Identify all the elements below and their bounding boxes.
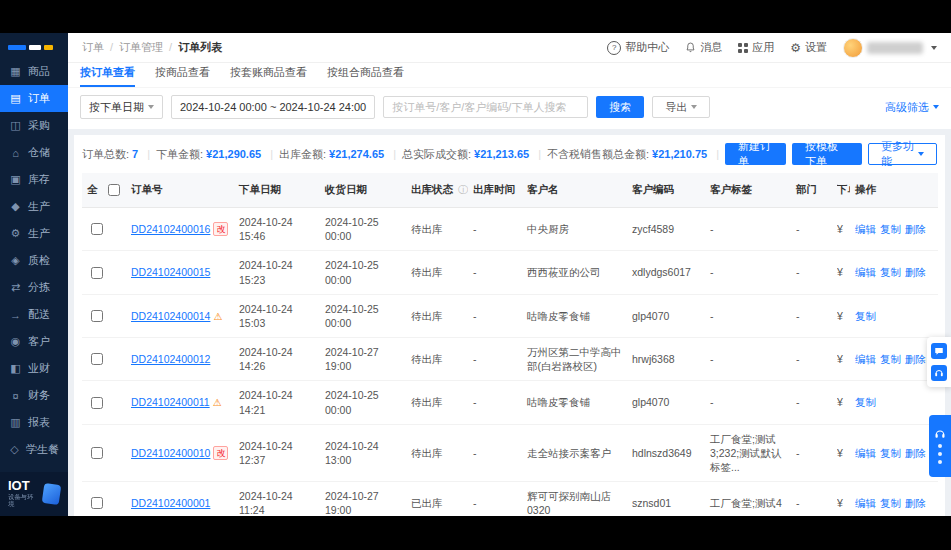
edit-link[interactable]: 编辑 <box>855 497 876 509</box>
table-row[interactable]: DD24102400014⚠ 2024-10-24 15:03 2024-10-… <box>82 294 938 337</box>
dept-cell: - <box>791 424 837 482</box>
messages-button[interactable]: 消息 <box>685 40 722 55</box>
edit-link[interactable]: 编辑 <box>855 266 876 278</box>
export-label: 导出 <box>665 100 687 115</box>
summary-label: 总实际成交额: <box>402 147 471 162</box>
sidebar-item-purchasing[interactable]: ◫采购 <box>0 112 68 139</box>
copy-link[interactable]: 复制 <box>855 396 876 408</box>
apps-button[interactable]: 应用 <box>738 40 774 55</box>
order-link[interactable]: DD24102400010 <box>131 447 210 459</box>
delete-link[interactable]: 删除 <box>905 223 926 235</box>
row-checkbox[interactable] <box>91 447 103 459</box>
select-all-label: 全 <box>87 183 98 195</box>
copy-link[interactable]: 复制 <box>855 310 876 322</box>
table-row[interactable]: DD24102400012 2024-10-24 14:26 2024-10-2… <box>82 338 938 381</box>
row-checkbox[interactable] <box>91 497 103 509</box>
order-link[interactable]: DD24102400014 <box>131 310 210 322</box>
delete-link[interactable]: 删除 <box>905 497 926 509</box>
sidebar-item-warehouse[interactable]: ⌂仓储 <box>0 139 68 166</box>
delete-link[interactable]: 删除 <box>905 447 926 459</box>
sidebar-item-customers[interactable]: ◉客户 <box>0 328 68 355</box>
row-checkbox[interactable] <box>91 267 103 279</box>
sidebar-item-orders[interactable]: ▤订单 <box>0 85 68 112</box>
sidebar-item-production[interactable]: ◆生产 <box>0 193 68 220</box>
table-row[interactable]: DD24102400015 2024-10-24 15:23 2024-10-2… <box>82 251 938 294</box>
more-actions-label: 更多功能 <box>881 139 914 169</box>
date-type-select[interactable]: 按下单日期 <box>80 95 163 119</box>
breadcrumb-item[interactable]: 订单管理 <box>119 40 172 55</box>
more-actions-button[interactable]: 更多功能 <box>868 143 937 165</box>
copy-link[interactable]: 复制 <box>880 223 901 235</box>
summary-actual-total: 总实际成交额: ¥21,213.65 <box>402 147 541 162</box>
app-header: 订单 订单管理 订单列表 ? 帮助中心 消息 应用 ⚙ 设置 <box>68 33 951 63</box>
date-range-picker[interactable]: 2024-10-24 00:00 ~ 2024-10-24 24:00 <box>171 95 375 119</box>
col-status: 出库状态 ⓘ <box>406 173 468 208</box>
floating-chat-button[interactable] <box>931 343 947 359</box>
row-checkbox[interactable] <box>91 310 103 322</box>
table-row[interactable]: DD24102400001 2024-10-24 11:24 2024-10-2… <box>82 482 938 516</box>
col-out-time: 出库时间 <box>468 173 522 208</box>
order-link[interactable]: DD24102400015 <box>131 266 210 278</box>
order-date-cell: 2024-10-24 12:37 <box>234 424 320 482</box>
sidebar-item-label: 库存 <box>28 172 50 187</box>
template-order-button[interactable]: 按模板下单 <box>792 143 862 165</box>
copy-link[interactable]: 复制 <box>880 266 901 278</box>
delete-link[interactable]: 删除 <box>905 353 926 365</box>
order-link[interactable]: DD24102400001 <box>131 497 210 509</box>
delete-link[interactable]: 删除 <box>905 266 926 278</box>
sidebar-item-delivery[interactable]: →配送 <box>0 301 68 328</box>
order-link[interactable]: DD24102400011 <box>131 396 210 408</box>
tab-by-combo-product[interactable]: 按组合商品查看 <box>327 65 404 87</box>
row-checkbox[interactable] <box>91 223 103 235</box>
advanced-filter-label: 高级筛选 <box>885 100 929 115</box>
floating-service-widget[interactable] <box>929 415 951 477</box>
copy-link[interactable]: 复制 <box>880 497 901 509</box>
tab-by-order[interactable]: 按订单查看 <box>80 65 135 87</box>
sidebar-item-production-2[interactable]: ⚙生产 <box>0 220 68 247</box>
order-link[interactable]: DD24102400012 <box>131 353 210 365</box>
customer-code-cell: xdlydgs6017 <box>627 251 705 294</box>
select-all-checkbox[interactable] <box>108 184 120 196</box>
edit-link[interactable]: 编辑 <box>855 353 876 365</box>
iot-icon <box>42 483 61 505</box>
edit-link[interactable]: 编辑 <box>855 223 876 235</box>
summary-untaxed-total: 不含税销售额总金额: ¥21,210.75 <box>547 147 719 162</box>
user-menu[interactable] <box>843 38 937 58</box>
table-row[interactable]: DD24102400011⚠ 2024-10-24 14:21 2024-10-… <box>82 381 938 424</box>
dept-cell: - <box>791 251 837 294</box>
sidebar-item-products[interactable]: ▦商品 <box>0 58 68 85</box>
info-icon[interactable]: ⓘ <box>458 184 468 195</box>
advanced-filter-link[interactable]: 高级筛选 <box>885 100 939 115</box>
new-order-button[interactable]: 新建订单 <box>725 143 786 165</box>
sidebar-item-inventory[interactable]: ▣库存 <box>0 166 68 193</box>
sidebar-item-biz-finance[interactable]: ◧业财 <box>0 355 68 382</box>
summary-label: 出库金额: <box>279 147 326 162</box>
sidebar-item-student-meals[interactable]: ◇学生餐 <box>0 436 68 463</box>
floating-help-button[interactable] <box>931 365 947 381</box>
search-button[interactable]: 搜索 <box>596 96 644 118</box>
copy-link[interactable]: 复制 <box>880 353 901 365</box>
row-checkbox[interactable] <box>91 397 103 409</box>
help-center-button[interactable]: ? 帮助中心 <box>607 40 669 55</box>
export-button[interactable]: 导出 <box>652 96 710 118</box>
order-link[interactable]: DD24102400016 <box>131 223 210 235</box>
summary-outbound-amount: 出库金额: ¥21,274.65 <box>279 147 396 162</box>
search-input[interactable] <box>383 96 588 118</box>
copy-link[interactable]: 复制 <box>880 447 901 459</box>
header-actions: ? 帮助中心 消息 应用 ⚙ 设置 <box>607 38 937 58</box>
row-checkbox[interactable] <box>91 353 103 365</box>
sidebar-item-label: 客户 <box>28 334 50 349</box>
settings-button[interactable]: ⚙ 设置 <box>790 40 827 55</box>
table-row[interactable]: DD24102400016改 2024-10-24 15:46 2024-10-… <box>82 208 938 251</box>
sidebar-item-qc[interactable]: ◈质检 <box>0 247 68 274</box>
table-row[interactable]: DD24102400010改 2024-10-24 12:37 2024-10-… <box>82 424 938 482</box>
iot-subtitle: 设备与环境 <box>8 494 34 508</box>
sidebar-item-label: 配送 <box>28 307 50 322</box>
sidebar-item-finance[interactable]: ¤财务 <box>0 382 68 409</box>
breadcrumb-item[interactable]: 订单 <box>82 40 113 55</box>
sidebar-item-reports[interactable]: ▥报表 <box>0 409 68 436</box>
tab-by-account-product[interactable]: 按套账商品查看 <box>230 65 307 87</box>
tab-by-product[interactable]: 按商品查看 <box>155 65 210 87</box>
edit-link[interactable]: 编辑 <box>855 447 876 459</box>
sidebar-item-sorting[interactable]: ⇄分拣 <box>0 274 68 301</box>
